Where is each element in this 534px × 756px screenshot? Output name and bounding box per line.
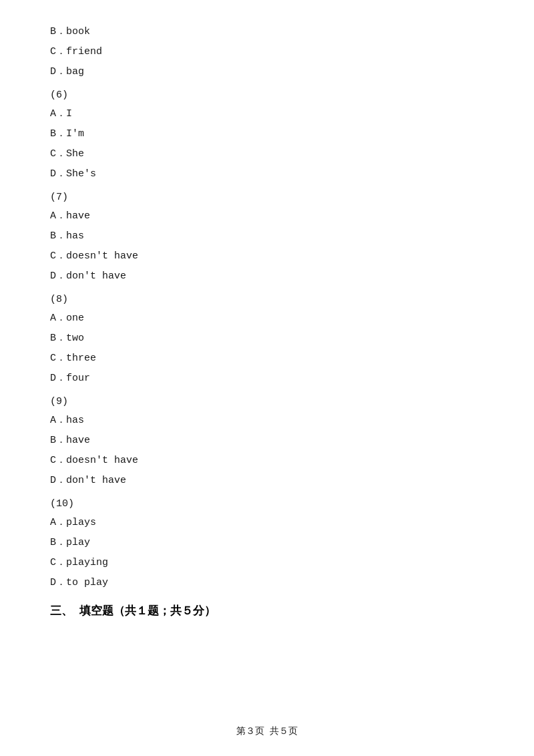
option-7a: A．have <box>50 208 484 224</box>
preamble-d: D．bag <box>50 64 484 80</box>
section-title: 三、 填空题（共１题；共５分） <box>50 603 484 618</box>
question-number-9: (9) <box>50 396 484 407</box>
option-6a: A．I <box>50 106 484 122</box>
page-number: 第３页 共５页 <box>236 726 298 737</box>
option-7c: C．doesn't have <box>50 248 484 264</box>
question-number-7: (7) <box>50 192 484 203</box>
question-group-6: (6) A．I B．I'm C．She D．She's <box>50 89 484 182</box>
option-6d: D．She's <box>50 166 484 182</box>
option-7b: B．has <box>50 228 484 244</box>
page-content: B．book C．friend D．bag (6) A．I B．I'm C．Sh… <box>0 0 534 661</box>
question-group-8: (8) A．one B．two C．three D．four <box>50 294 484 387</box>
option-8c: C．three <box>50 351 484 367</box>
question-group-9: (9) A．has B．have C．doesn't have D．don't … <box>50 396 484 489</box>
preamble-b: B．book <box>50 24 484 40</box>
option-10a: A．plays <box>50 515 484 531</box>
option-9b: B．have <box>50 433 484 449</box>
question-number-10: (10) <box>50 498 484 510</box>
option-7d: D．don't have <box>50 268 484 285</box>
question-number-8: (8) <box>50 294 484 305</box>
option-6b: B．I'm <box>50 126 484 142</box>
option-6c: C．She <box>50 146 484 162</box>
question-number-6: (6) <box>50 89 484 101</box>
preamble-c: C．friend <box>50 44 484 60</box>
option-9a: A．has <box>50 413 484 429</box>
option-10d: D．to play <box>50 575 484 591</box>
option-8d: D．four <box>50 371 484 387</box>
option-10b: B．play <box>50 535 484 551</box>
question-group-7: (7) A．have B．has C．doesn't have D．don't … <box>50 192 484 285</box>
option-8a: A．one <box>50 311 484 327</box>
option-9d: D．don't have <box>50 473 484 489</box>
option-8b: B．two <box>50 331 484 347</box>
option-9c: C．doesn't have <box>50 453 484 469</box>
page-footer: 第３页 共５页 <box>0 725 534 737</box>
option-10c: C．playing <box>50 555 484 571</box>
question-group-10: (10) A．plays B．play C．playing D．to play <box>50 498 484 591</box>
